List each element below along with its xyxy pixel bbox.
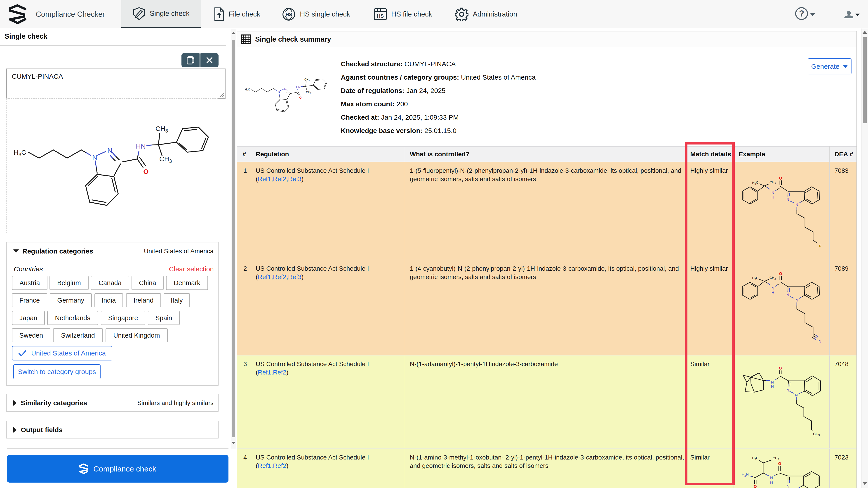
svg-text:?: ? [799,9,804,18]
svg-text:HS: HS [285,12,292,17]
svg-text:HS: HS [377,13,384,19]
